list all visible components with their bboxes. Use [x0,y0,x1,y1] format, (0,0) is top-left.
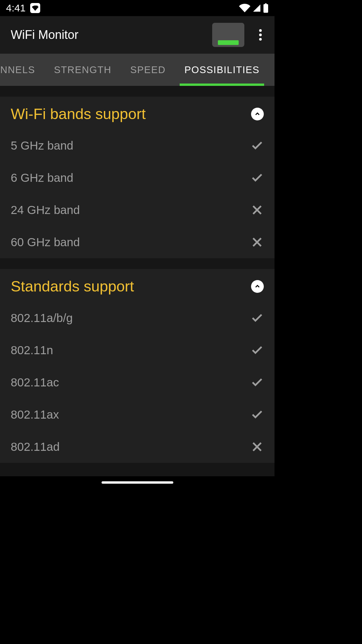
app-bar: WiFi Monitor [0,16,275,54]
item-label: 24 GHz band [11,203,80,217]
app-title: WiFi Monitor [11,28,78,42]
item-label: 5 GHz band [11,139,73,152]
status-time: 4:41 [6,2,25,14]
list-item: 60 GHz band [11,226,264,258]
tab-label: POSSIBILITIES [184,64,259,75]
item-label: 802.11ac [11,376,59,389]
tab-channels[interactable]: CHANNELS [0,54,45,86]
list-item: 5 GHz band [11,129,264,162]
app-notification-icon [30,3,40,13]
check-icon [250,311,264,325]
tabs-bar: CHANNELSSTRENGTHSPEEDPOSSIBILITIESSCAN [0,54,275,86]
svg-point-2 [259,34,262,36]
svg-point-0 [36,6,38,7]
svg-point-1 [259,29,262,32]
section-title: Standards support [11,278,134,295]
item-label: 6 GHz band [11,171,73,184]
chevron-up-icon [254,283,260,289]
check-icon [250,376,264,389]
list-item: 802.11ad [11,431,264,463]
list-item: 802.11a/b/g [11,302,264,334]
cross-icon [250,203,264,217]
check-icon [250,408,264,421]
section-header[interactable]: Standards support [11,269,264,302]
tab-possibilities[interactable]: POSSIBILITIES [175,54,269,86]
check-icon [250,343,264,357]
cross-icon [250,440,264,453]
item-label: 802.11n [11,343,53,357]
app-bar-actions [212,23,266,47]
tab-label: STRENGTH [54,64,112,75]
svg-point-3 [259,38,262,41]
list-item: 24 GHz band [11,194,264,226]
chevron-up-icon [254,111,260,117]
status-right [239,3,268,13]
ad-badge-bar [218,40,239,45]
tab-scan[interactable]: SCAN [269,54,275,86]
section: Standards support802.11a/b/g802.11n802.1… [0,269,275,463]
tab-strength[interactable]: STRENGTH [45,54,121,86]
section-gap [0,86,275,97]
status-bar: 4:41 [0,0,275,16]
status-left: 4:41 [6,2,40,14]
cell-signal-icon [252,4,261,12]
list-item: 6 GHz band [11,162,264,194]
content-scroll[interactable]: Wi-Fi bands support5 GHz band6 GHz band2… [0,86,275,476]
battery-icon [263,3,268,13]
section-header[interactable]: Wi-Fi bands support [11,97,264,129]
section-gap [0,258,275,269]
ad-badge[interactable] [212,23,244,47]
overflow-menu-button[interactable] [254,25,266,44]
item-label: 802.11a/b/g [11,311,73,325]
system-nav-bar [0,476,275,488]
item-label: 802.11ad [11,440,60,453]
nav-handle[interactable] [102,481,173,484]
list-item: 802.11ax [11,398,264,431]
tab-label: CHANNELS [0,64,35,75]
tab-speed[interactable]: SPEED [121,54,175,86]
collapse-button[interactable] [251,108,264,120]
collapse-button[interactable] [251,280,264,293]
check-icon [250,171,264,184]
section: Wi-Fi bands support5 GHz band6 GHz band2… [0,97,275,258]
tab-label: SPEED [130,64,166,75]
item-label: 802.11ax [11,408,59,421]
item-label: 60 GHz band [11,235,80,249]
list-item: 802.11ac [11,366,264,398]
wifi-icon [239,4,250,12]
list-item: 802.11n [11,334,264,366]
check-icon [250,139,264,152]
cross-icon [250,235,264,249]
section-title: Wi-Fi bands support [11,105,146,123]
